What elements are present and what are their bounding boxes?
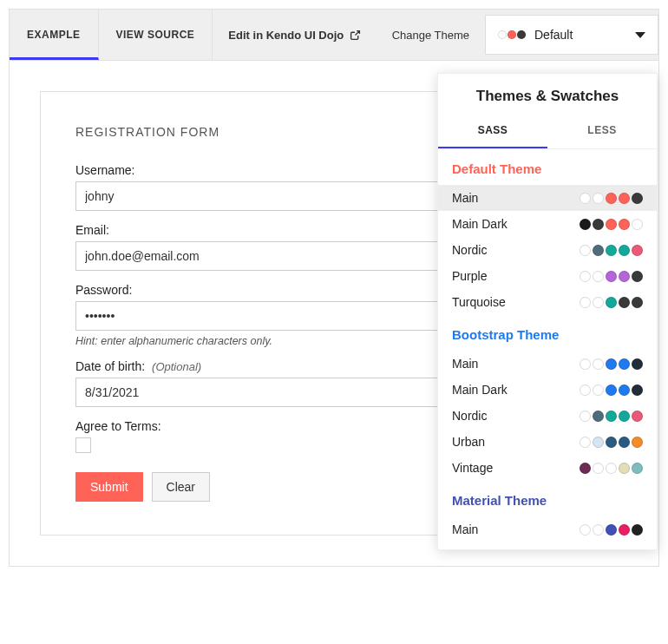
swatch-dots: [580, 271, 643, 282]
panel-title: Themes & Swatches: [438, 74, 657, 114]
swatch-dot: [632, 297, 643, 308]
swatch-dot: [619, 219, 630, 230]
swatch-dot: [619, 358, 630, 370]
swatch-item-label: Main: [452, 357, 478, 371]
swatch-dot: [632, 524, 643, 536]
swatch-item[interactable]: Urban: [438, 429, 657, 455]
swatch-item[interactable]: Main Dark: [438, 211, 657, 237]
swatch-dot: [593, 245, 604, 256]
swatch-dot: [606, 384, 617, 396]
swatch-dot: [632, 411, 643, 422]
swatch-item-label: Nordic: [452, 243, 487, 257]
swatch-dot: [606, 297, 617, 308]
swatch-dot: [632, 245, 643, 256]
submit-button[interactable]: Submit: [75, 472, 143, 502]
swatch-dot: [593, 193, 604, 204]
chevron-down-icon: [635, 32, 645, 38]
theme-dropdown[interactable]: Default: [485, 15, 658, 55]
swatch-item-label: Nordic: [452, 409, 487, 423]
section-bootstrap-theme: Bootstrap Theme: [438, 315, 657, 351]
swatch-dot: [606, 358, 617, 370]
swatch-dot: [593, 411, 604, 422]
swatch-item[interactable]: Main Dark: [438, 377, 657, 403]
swatch-dot: [606, 271, 617, 282]
swatch-dots: [580, 358, 643, 370]
swatch-dot: [580, 463, 591, 474]
swatch-item-label: Purple: [452, 269, 487, 283]
swatch-dot: [593, 463, 604, 474]
swatch-dots: [580, 463, 643, 474]
theme-swatches-panel: Themes & Swatches SASS LESS Default Them…: [437, 73, 658, 550]
swatch-dot: [606, 411, 617, 422]
swatch-dot: [632, 358, 643, 370]
swatch-item[interactable]: Nordic: [438, 403, 657, 429]
swatch-dot: [593, 358, 604, 370]
swatch-dot: [606, 193, 617, 204]
swatch-dot: [580, 297, 591, 308]
swatch-dot: [580, 271, 591, 282]
swatch-item-label: Turquoise: [452, 295, 506, 309]
agree-terms-checkbox[interactable]: [75, 437, 91, 453]
swatch-item[interactable]: Turquoise: [438, 289, 657, 315]
panel-tab-less[interactable]: LESS: [547, 114, 657, 148]
swatch-dot: [632, 384, 643, 396]
swatch-dot: [619, 245, 630, 256]
tab-view-source[interactable]: VIEW SOURCE: [99, 10, 213, 60]
swatch-dots: [580, 384, 643, 396]
external-link-icon: [350, 30, 361, 41]
swatch-dot: [593, 384, 604, 396]
swatch-dot: [580, 193, 591, 204]
section-material-theme: Material Theme: [438, 481, 657, 516]
swatch-dots: [580, 297, 643, 308]
swatch-item[interactable]: Vintage: [438, 455, 657, 481]
swatch-item-label: Urban: [452, 435, 485, 449]
swatch-dot: [632, 193, 643, 204]
panel-tab-sass[interactable]: SASS: [438, 114, 547, 148]
swatch-dot: [606, 219, 617, 230]
panel-body[interactable]: Default Theme Main Main Dark Nordic Purp…: [438, 149, 657, 549]
swatch-dot: [619, 463, 630, 474]
swatch-dot: [580, 524, 591, 536]
swatch-dot: [498, 30, 507, 39]
clear-button[interactable]: Clear: [152, 472, 210, 502]
swatch-dot: [619, 384, 630, 396]
swatch-dot: [606, 437, 617, 448]
swatch-dot: [580, 411, 591, 422]
swatch-dot: [619, 411, 630, 422]
swatch-dot: [632, 219, 643, 230]
tab-example[interactable]: EXAMPLE: [10, 10, 99, 60]
theme-dropdown-swatches: [498, 30, 526, 39]
swatch-dot: [580, 384, 591, 396]
swatch-item[interactable]: Purple: [438, 263, 657, 289]
swatch-dot: [508, 30, 516, 39]
swatch-item[interactable]: Main: [438, 185, 657, 211]
swatch-item-label: Main Dark: [452, 383, 508, 397]
swatch-item-label: Main Dark: [452, 217, 508, 231]
swatch-dot: [606, 245, 617, 256]
swatch-dot: [606, 463, 617, 474]
dob-optional: (Optional): [152, 360, 201, 373]
section-default-theme: Default Theme: [438, 149, 657, 185]
swatch-dot: [580, 437, 591, 448]
theme-dropdown-value: Default: [534, 28, 626, 42]
swatch-dots: [580, 245, 643, 256]
swatch-dot: [606, 524, 617, 536]
swatch-dot: [632, 463, 643, 474]
swatch-item[interactable]: Main: [438, 351, 657, 377]
swatch-dot: [593, 271, 604, 282]
swatch-item[interactable]: Main: [438, 516, 657, 542]
swatch-dot: [619, 297, 630, 308]
swatch-dot: [619, 271, 630, 282]
swatch-dots: [580, 524, 643, 536]
edit-in-dojo-link[interactable]: Edit in Kendo UI Dojo: [213, 10, 377, 60]
swatch-dots: [580, 219, 643, 230]
swatch-dot: [632, 437, 643, 448]
swatch-dots: [580, 411, 643, 422]
swatch-dot: [619, 437, 630, 448]
swatch-dots: [580, 437, 643, 448]
swatch-item[interactable]: Nordic: [438, 237, 657, 263]
swatch-item-label: Vintage: [452, 461, 493, 475]
swatch-dot: [619, 193, 630, 204]
swatch-dot: [619, 524, 630, 536]
swatch-item-label: Main: [452, 522, 478, 536]
